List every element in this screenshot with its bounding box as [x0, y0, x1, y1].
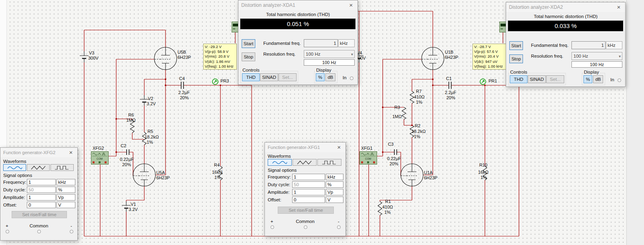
- duty-cycle-unit: %: [326, 181, 343, 188]
- stop-button[interactable]: Stop: [242, 52, 255, 61]
- amplitude-input[interactable]: [27, 194, 56, 201]
- db-button[interactable]: dB: [593, 75, 603, 83]
- common-terminal[interactable]: [304, 225, 307, 229]
- set-rise-fall-button[interactable]: Set rise/Fall time: [12, 211, 67, 218]
- duty-cycle-label: Duty cycle:: [268, 182, 290, 187]
- resolution-freq-value: 100 Hz: [573, 54, 588, 58]
- xda1-titlebar[interactable]: Distortion analyzer-XDA1 ×: [238, 0, 357, 10]
- frequency-input[interactable]: [27, 179, 56, 185]
- probe-tooltip-left: V: -29.2 V V(p-p): 58.9 V V(rms): 20.8 V…: [203, 44, 237, 70]
- window-title: Distortion analyzer-XDA2: [509, 4, 563, 10]
- sine-wave-icon: [7, 165, 23, 170]
- resolution-freq-label: Resolution freq.: [531, 54, 563, 58]
- in-terminal[interactable]: [350, 76, 353, 80]
- probe-line: V(rms): 20.8 V: [205, 54, 235, 59]
- minus-terminal[interactable]: [70, 230, 73, 233]
- common-terminal[interactable]: [37, 230, 41, 233]
- fundamental-freq-unit: kHz: [606, 41, 622, 49]
- probe-PR1: [480, 79, 486, 84]
- resistor-R4: [218, 166, 222, 180]
- xfg2-instrument-icon[interactable]: COM: [91, 151, 109, 165]
- xfg1-instrument-icon[interactable]: COM: [359, 151, 377, 165]
- in-terminal[interactable]: [618, 78, 621, 82]
- duty-cycle-unit: %: [57, 187, 75, 193]
- percent-button[interactable]: %: [316, 73, 325, 81]
- start-button[interactable]: Start: [242, 39, 255, 48]
- minus-terminal[interactable]: [337, 225, 341, 229]
- square-wave-icon: [321, 160, 337, 165]
- frequency-input[interactable]: [292, 174, 325, 180]
- display-group-label: Display: [583, 70, 600, 74]
- in-terminal-label: In: [610, 77, 614, 82]
- waveforms-group-label: Waveforms: [268, 154, 291, 159]
- sinad-mode-button[interactable]: SINAD: [528, 75, 546, 83]
- offset-label: Offset:: [3, 203, 17, 207]
- percent-button[interactable]: %: [583, 75, 592, 83]
- close-icon[interactable]: ×: [615, 4, 622, 11]
- close-icon[interactable]: ×: [67, 149, 75, 156]
- square-wave-button[interactable]: [50, 164, 74, 171]
- db-button[interactable]: dB: [325, 73, 335, 81]
- resolution-freq-dropdown[interactable]: 100 Hz ▾: [571, 52, 622, 60]
- xfg1-titlebar[interactable]: Function generator-XFG1 ×: [265, 143, 345, 152]
- duty-cycle-input[interactable]: [27, 187, 56, 193]
- sine-wave-button[interactable]: [3, 164, 26, 171]
- offset-input[interactable]: [292, 197, 325, 203]
- xfg1-window: Function generator-XFG1 × Waveforms Sign…: [264, 142, 346, 236]
- triangle-wave-button[interactable]: [293, 159, 317, 166]
- common-terminal-label: Common: [0, 223, 77, 228]
- thd-mode-button[interactable]: THD: [510, 75, 527, 83]
- xfg2-window: Function generator-XFG2 × Waveforms Sign…: [0, 147, 78, 241]
- resolution-freq-edit[interactable]: [304, 59, 355, 66]
- amplitude-input[interactable]: [292, 189, 325, 195]
- sine-wave-button[interactable]: [268, 159, 292, 166]
- xfg2-titlebar[interactable]: Function generator-XFG2 ×: [0, 148, 77, 157]
- xfg-icon-graphics: COM: [91, 152, 108, 164]
- probe-line: V: -29.2 V: [205, 44, 235, 49]
- square-wave-button[interactable]: [317, 159, 341, 166]
- probe-line: V(p-p): 58.9 V: [205, 49, 235, 54]
- tube-U5A: [133, 164, 155, 186]
- probe-line: V(freq): 1.00 kHz: [474, 64, 505, 69]
- duty-cycle-input[interactable]: [292, 181, 325, 188]
- sinad-mode-button[interactable]: SINAD: [260, 73, 278, 81]
- resolution-freq-dropdown[interactable]: 100 Hz ▾: [304, 50, 355, 58]
- plus-terminal[interactable]: [6, 230, 9, 233]
- xda2-titlebar[interactable]: Distortion analyzer-XDA2 ×: [506, 2, 625, 12]
- fundamental-freq-input[interactable]: [571, 41, 606, 49]
- set-rise-fall-button[interactable]: Set rise/Fall time: [278, 207, 334, 214]
- resolution-freq-label: Resolution freq.: [263, 52, 296, 56]
- settings-button[interactable]: Set...: [279, 73, 297, 81]
- svg-text:COM: COM: [365, 157, 371, 160]
- duty-cycle-label: Duty cycle:: [3, 187, 26, 192]
- resistor-R10: [483, 166, 487, 180]
- sine-wave-icon: [272, 160, 288, 165]
- probe-line: V(dc): 1.86 mV: [205, 59, 235, 64]
- start-button[interactable]: Start: [509, 41, 523, 50]
- probe-line: V(freq): 1.00 kHz: [205, 64, 235, 69]
- xfg-icon-graphics: COM: [360, 152, 377, 164]
- probe-tooltip-right: V: -28.7 V V(p-p): 57.6 V V(rms): 20.4 V…: [472, 44, 506, 70]
- triangle-wave-icon: [30, 165, 46, 170]
- offset-unit: V: [57, 202, 75, 208]
- thd-value-display: 0.033 %: [508, 20, 624, 32]
- resolution-freq-edit[interactable]: [571, 61, 622, 68]
- close-icon[interactable]: ×: [335, 144, 343, 151]
- close-icon[interactable]: ×: [347, 2, 355, 9]
- amplitude-label: Amplitude:: [268, 190, 289, 195]
- tube-U1A: [401, 164, 423, 186]
- plus-terminal[interactable]: [271, 225, 274, 229]
- thd-mode-button[interactable]: THD: [242, 73, 260, 81]
- fundamental-freq-input[interactable]: [304, 39, 338, 47]
- triangle-wave-button[interactable]: [27, 164, 50, 171]
- resolution-freq-value: 100 Hz: [306, 52, 320, 56]
- resistor-R5: [142, 132, 146, 145]
- thd-heading: Total harmonic distortion (THD): [238, 12, 357, 17]
- offset-unit: V: [326, 197, 343, 203]
- chevron-down-icon: ▾: [351, 51, 353, 58]
- fundamental-freq-label: Fundamental freq.: [531, 43, 568, 48]
- settings-button[interactable]: Set...: [546, 75, 564, 83]
- offset-input[interactable]: [27, 202, 56, 208]
- xda2-window: Distortion analyzer-XDA2 × Total harmoni…: [506, 2, 626, 87]
- stop-button[interactable]: Stop: [509, 54, 523, 63]
